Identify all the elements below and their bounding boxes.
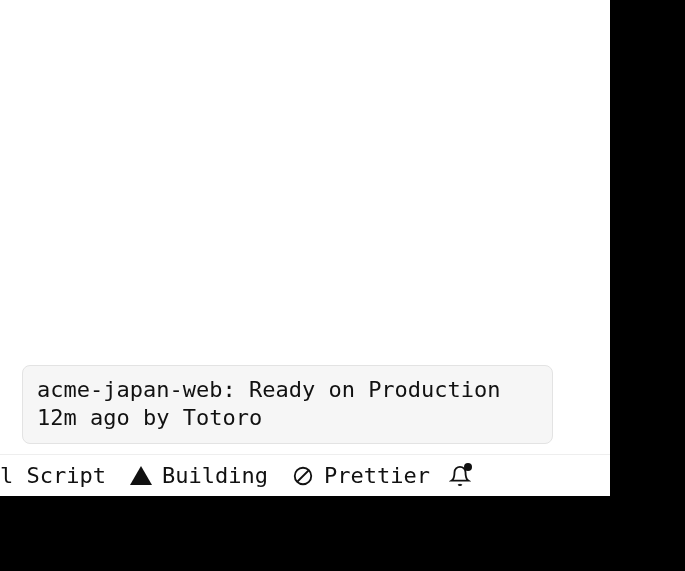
vercel-triangle-icon [130,466,152,485]
notification-meta: 12m ago by Totoro [37,404,538,433]
deployment-notification[interactable]: acme-japan-web: Ready on Production 12m … [22,365,553,444]
status-prettier[interactable]: Prettier [280,455,442,496]
svg-line-1 [297,470,308,481]
status-bar: l Script Building Prettier [0,454,610,496]
notification-badge [464,463,472,471]
status-build-label: Building [162,463,268,488]
editor-window: acme-japan-web: Ready on Production 12m … [0,0,610,496]
notification-title: acme-japan-web: Ready on Production [37,376,538,405]
status-script-label: l Script [0,463,106,488]
editor-content-area: acme-japan-web: Ready on Production 12m … [0,0,610,454]
prohibit-icon [292,465,314,487]
status-script-type[interactable]: l Script [0,455,118,496]
notifications-button[interactable] [448,464,472,488]
status-prettier-label: Prettier [324,463,430,488]
status-build[interactable]: Building [118,455,280,496]
